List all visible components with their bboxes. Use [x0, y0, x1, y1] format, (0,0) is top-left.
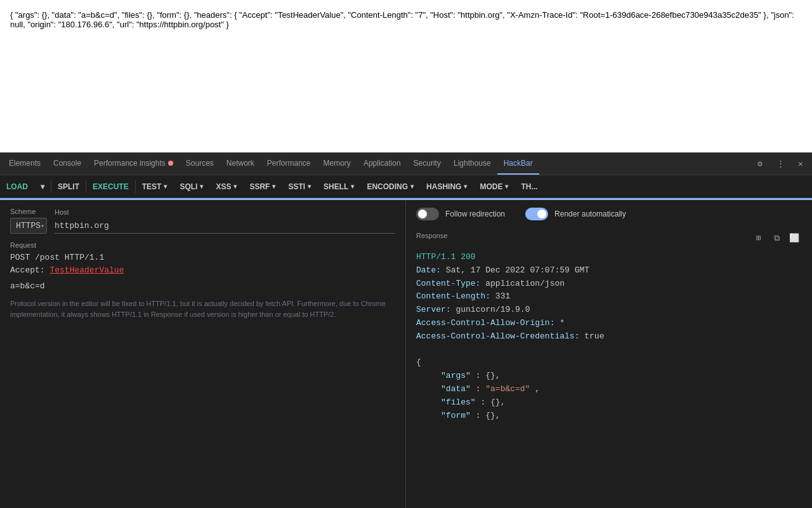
load-button[interactable]: LOAD	[0, 175, 34, 197]
request-body: a=b&c=d	[10, 281, 395, 291]
toggle-row: Follow redirection Render automatically	[416, 208, 802, 220]
content-length-header-value: 331	[495, 291, 510, 301]
render-automatically-slider	[525, 208, 548, 220]
response-header-content-length: Content-Length: 331	[416, 290, 802, 304]
follow-redirection-label: Follow redirection	[445, 210, 505, 218]
render-automatically-toggle-group: Render automatically	[525, 208, 626, 220]
response-body: HTTP/1.1 200 Date: Sat, 17 Dec 2022 07:0…	[416, 251, 802, 422]
tab-network[interactable]: Network	[220, 153, 261, 175]
response-json-data: "data" : "a=b&c=d" ,	[416, 383, 802, 396]
tab-performance-insights[interactable]: Performance insights	[88, 153, 180, 175]
http-status: HTTP/1.1 200	[416, 252, 476, 262]
devtools-tabs-bar: Elements Console Performance insights So…	[0, 152, 812, 175]
browser-response-text: { "args": {}, "data": "a=b&c=d", "files"…	[10, 10, 794, 29]
mode-button[interactable]: MODE ▾	[473, 175, 514, 197]
response-header-acac: Access-Control-Allow-Credentials: true	[416, 330, 802, 344]
load-dropdown-button[interactable]: ▾	[34, 175, 51, 197]
shell-dropdown-arrow: ▾	[351, 183, 354, 190]
response-header-content-type: Content-Type: application/json	[416, 277, 802, 291]
hackbar-main-panel: Scheme HTTPS HTTP Host Request POST /pos…	[0, 200, 812, 508]
response-json-open: {	[416, 356, 802, 370]
split-button[interactable]: SPLIT	[51, 175, 86, 197]
scheme-wrapper: HTTPS HTTP	[10, 218, 47, 234]
tab-sources[interactable]: Sources	[180, 153, 220, 175]
tab-console[interactable]: Console	[47, 153, 88, 175]
hackbar-toolbar: LOAD ▾ SPLIT EXECUTE TEST ▾ SQLI ▾ XSS ▾…	[0, 175, 812, 198]
request-method: POST /post HTTP/1.1	[10, 253, 104, 262]
response-header-date: Date: Sat, 17 Dec 2022 07:07:59 GMT	[416, 264, 802, 277]
date-header-name: Date:	[416, 265, 441, 275]
hashing-button[interactable]: HASHING ▾	[420, 175, 473, 197]
response-header: Response ⊞ ⧉ ⬜	[416, 231, 802, 246]
request-note: Protocol version in the editor will be f…	[10, 298, 395, 319]
hashing-dropdown-arrow: ▾	[464, 183, 467, 190]
more-options-icon[interactable]: ⋮	[771, 155, 789, 173]
sqli-button[interactable]: SQLI ▾	[173, 175, 209, 197]
response-header-server: Server: gunicorn/19.9.0	[416, 304, 802, 317]
tab-security[interactable]: Security	[407, 153, 447, 175]
sqli-dropdown-arrow: ▾	[200, 183, 203, 190]
response-label: Response	[416, 232, 448, 239]
settings-icon[interactable]: ⚙	[751, 155, 769, 173]
ssti-dropdown-arrow: ▾	[308, 183, 311, 190]
test-button[interactable]: TEST ▾	[136, 175, 174, 197]
date-header-value: Sat, 17 Dec 2022 07:07:59 GMT	[446, 265, 589, 275]
content-length-header-name: Content-Length:	[416, 291, 490, 301]
request-accept-line: Accept: TestHeaderValue	[10, 264, 395, 277]
more-button[interactable]: TH...	[514, 175, 544, 197]
render-automatically-label: Render automatically	[554, 210, 626, 218]
scheme-select[interactable]: HTTPS HTTP	[10, 218, 47, 234]
acac-header-name: Access-Control-Allow-Credentials:	[416, 331, 579, 341]
encoding-button[interactable]: ENCODING ▾	[360, 175, 420, 197]
xss-dropdown-arrow: ▾	[233, 183, 237, 190]
acao-header-name: Access-Control-Allow-Origin:	[416, 318, 554, 328]
render-automatically-toggle[interactable]	[525, 208, 548, 220]
performance-insights-indicator	[168, 161, 173, 166]
ssti-button[interactable]: SSTI ▾	[282, 175, 317, 197]
response-icons: ⊞ ⧉ ⬜	[751, 231, 802, 246]
scheme-host-row: Scheme HTTPS HTTP Host	[10, 208, 395, 234]
hackbar-left-panel: Scheme HTTPS HTTP Host Request POST /pos…	[0, 200, 406, 508]
content-type-header-value: application/json	[485, 279, 565, 288]
server-header-value: gunicorn/19.9.0	[455, 305, 530, 314]
response-header-acao: Access-Control-Allow-Origin: *	[416, 317, 802, 330]
request-label: Request	[10, 241, 395, 249]
follow-redirection-toggle[interactable]	[416, 208, 439, 220]
accept-header-name: Accept:	[10, 265, 45, 275]
tab-lighthouse[interactable]: Lighthouse	[447, 153, 497, 175]
follow-redirection-slider	[416, 208, 439, 220]
xss-button[interactable]: XSS ▾	[209, 175, 243, 197]
response-screen-icon[interactable]: ⬜	[787, 231, 802, 246]
ssrf-button[interactable]: SSRF ▾	[243, 175, 282, 197]
mode-dropdown-arrow: ▾	[505, 183, 508, 190]
follow-redirection-toggle-group: Follow redirection	[416, 208, 505, 220]
scheme-label: Scheme	[10, 208, 47, 215]
request-section: Request POST /post HTTP/1.1 Accept: Test…	[10, 241, 395, 319]
response-json-args: "args" : {},	[416, 370, 802, 383]
hackbar-right-panel: Follow redirection Render automatically …	[406, 200, 812, 508]
host-label: Host	[55, 208, 395, 216]
response-json-files: "files" : {},	[416, 396, 802, 410]
accept-header-value: TestHeaderValue	[49, 265, 124, 275]
close-devtools-icon[interactable]: ✕	[792, 155, 809, 173]
shell-button[interactable]: SHELL ▾	[317, 175, 360, 197]
test-dropdown-arrow: ▾	[164, 183, 167, 190]
response-copy-icon[interactable]: ⧉	[769, 231, 784, 246]
response-body-spacer	[416, 344, 802, 357]
server-header-name: Server:	[416, 305, 451, 314]
tab-elements[interactable]: Elements	[3, 153, 47, 175]
acac-header-value: true	[584, 331, 604, 341]
tab-hackbar[interactable]: HackBar	[497, 153, 539, 175]
tab-performance[interactable]: Performance	[261, 153, 317, 175]
devtools-tab-actions: ⚙ ⋮ ✕	[751, 155, 809, 173]
response-grid-icon[interactable]: ⊞	[751, 231, 766, 246]
browser-content: { "args": {}, "data": "a=b&c=d", "files"…	[0, 0, 812, 152]
ssrf-dropdown-arrow: ▾	[272, 183, 275, 190]
content-type-header-name: Content-Type:	[416, 279, 480, 288]
tab-memory[interactable]: Memory	[317, 153, 357, 175]
execute-button[interactable]: EXECUTE	[86, 175, 135, 197]
tab-application[interactable]: Application	[357, 153, 407, 175]
host-input[interactable]	[55, 218, 395, 234]
request-text: POST /post HTTP/1.1 Accept: TestHeaderVa…	[10, 251, 395, 276]
response-status-line: HTTP/1.1 200	[416, 251, 802, 264]
